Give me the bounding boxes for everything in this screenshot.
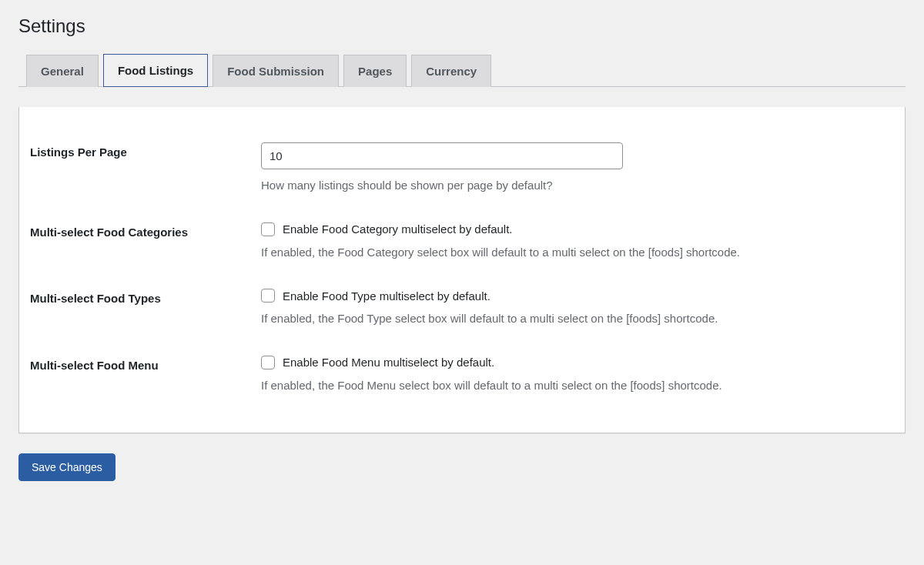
multi-menu-description: If enabled, the Food Menu select box wil… (261, 377, 886, 395)
multi-types-description: If enabled, the Food Type select box wil… (261, 310, 886, 328)
tab-pages[interactable]: Pages (343, 55, 407, 87)
multi-categories-checkbox-label: Enable Food Category multiselect by defa… (283, 222, 513, 236)
listings-per-page-description: How many listings should be shown per pa… (261, 177, 886, 195)
tab-currency[interactable]: Currency (411, 55, 491, 87)
listings-per-page-label: Listings Per Page (30, 130, 261, 210)
tab-food-submission[interactable]: Food Submission (213, 55, 339, 87)
page-title: Settings (18, 15, 906, 37)
settings-panel: Listings Per Page How many listings shou… (18, 107, 906, 433)
multi-menu-checkbox[interactable] (261, 356, 275, 369)
multi-types-checkbox-label: Enable Food Type multiselect by default. (283, 289, 490, 303)
listings-per-page-input[interactable] (261, 142, 623, 169)
multi-types-checkbox[interactable] (261, 289, 275, 303)
multi-categories-checkbox[interactable] (261, 222, 275, 236)
tab-food-listings[interactable]: Food Listings (103, 54, 208, 87)
multi-menu-label: Multi-select Food Menu (30, 343, 261, 410)
save-changes-button[interactable]: Save Changes (18, 453, 116, 481)
tab-bar: General Food Listings Food Submission Pa… (18, 54, 906, 87)
multi-categories-description: If enabled, the Food Category select box… (261, 244, 886, 262)
tab-general[interactable]: General (26, 55, 99, 87)
multi-types-label: Multi-select Food Types (30, 276, 261, 343)
multi-categories-label: Multi-select Food Categories (30, 210, 261, 277)
multi-menu-checkbox-label: Enable Food Menu multiselect by default. (283, 356, 494, 369)
